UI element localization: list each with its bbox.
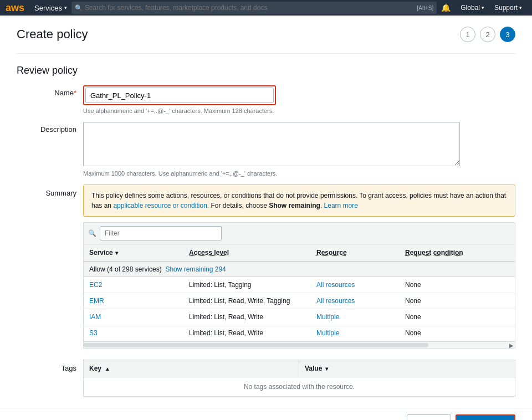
request-condition-column-header[interactable]: Request condition bbox=[400, 244, 510, 261]
tags-key-header: Key ▲ bbox=[84, 360, 299, 377]
table-row: S3 Limited: List, Read, Write Multiple N… bbox=[84, 325, 515, 341]
name-field-wrapper: Use alphanumeric and '+=,.@-_' character… bbox=[83, 85, 515, 114]
name-input-border bbox=[83, 85, 276, 105]
summary-label: Summary bbox=[17, 185, 83, 197]
notification-bell[interactable]: 🔔 bbox=[437, 3, 455, 12]
access-level-cell-emr: Limited: List, Read, Write, Tagging bbox=[183, 293, 311, 309]
top-navigation: aws Services ▾ 🔍 [Alt+S] 🔔 Global ▾ Supp… bbox=[0, 0, 532, 16]
iam-resource-link[interactable]: Multiple bbox=[316, 313, 339, 321]
access-level-cell-iam: Limited: List, Read, Write bbox=[183, 309, 311, 325]
access-level-cell-s3: Limited: List, Read, Write bbox=[183, 325, 311, 341]
aws-logo: aws bbox=[6, 2, 24, 14]
show-remaining-bold: Show remaining bbox=[269, 202, 320, 209]
service-sort-icon: ▾ bbox=[115, 250, 118, 256]
tags-key-sort-icon: ▲ bbox=[105, 366, 110, 372]
name-label: Name* bbox=[17, 85, 83, 97]
ec2-resource-link[interactable]: All resources bbox=[316, 281, 355, 289]
tags-table-wrapper: Key ▲ Value ▾ No tags associated with th… bbox=[83, 360, 515, 397]
description-label: Description bbox=[17, 122, 83, 134]
allow-count: Allow (4 of 298 services) bbox=[89, 265, 162, 273]
description-field-row: Description Maximum 1000 characters. Use… bbox=[17, 122, 515, 177]
warning-text-2: . For details, choose bbox=[207, 202, 269, 209]
tags-section: Tags Key ▲ Value ▾ No tags associated wi… bbox=[17, 360, 515, 397]
step-1: 1 bbox=[460, 27, 475, 42]
filter-input-wrapper: 🔍 bbox=[88, 226, 510, 240]
summary-content: This policy defines some actions, resour… bbox=[83, 185, 515, 349]
table-scrollbar[interactable]: ▶ bbox=[84, 341, 515, 348]
condition-cell-s3: None bbox=[400, 325, 510, 341]
resource-cell-ec2: All resources bbox=[311, 277, 400, 293]
support-label: Support bbox=[494, 4, 518, 12]
page-divider bbox=[17, 53, 515, 54]
emr-resource-link[interactable]: All resources bbox=[316, 297, 355, 305]
tags-empty-message: No tags associated with the resource. bbox=[83, 377, 515, 397]
name-field-row: Name* Use alphanumeric and '+=,.@-_' cha… bbox=[17, 85, 515, 114]
create-policy-button[interactable]: Create policy bbox=[456, 414, 515, 421]
services-dropdown-icon: ▾ bbox=[64, 5, 67, 11]
service-cell-emr: EMR bbox=[84, 293, 183, 309]
table-row: IAM Limited: List, Read, Write Multiple … bbox=[84, 309, 515, 325]
tags-value-header: Value ▾ bbox=[299, 360, 515, 377]
nav-right: 🔔 Global ▾ Support ▾ bbox=[437, 3, 526, 12]
previous-button[interactable]: Previous bbox=[407, 414, 452, 421]
s3-resource-link[interactable]: Multiple bbox=[316, 329, 339, 337]
services-menu[interactable]: Services ▾ bbox=[30, 4, 71, 12]
filter-icon: 🔍 bbox=[88, 229, 96, 237]
warning-text-3: . bbox=[320, 202, 324, 209]
show-remaining-link[interactable]: Show remaining 294 bbox=[165, 265, 226, 273]
condition-cell-emr: None bbox=[400, 293, 510, 309]
search-wrapper: 🔍 [Alt+S] bbox=[71, 2, 437, 14]
table-row: EC2 Limited: List, Tagging All resources… bbox=[84, 277, 515, 293]
s3-link[interactable]: S3 bbox=[89, 329, 98, 337]
resource-cell-s3: Multiple bbox=[311, 325, 400, 341]
filter-bar: 🔍 bbox=[83, 222, 515, 244]
scrollbar-track bbox=[84, 343, 428, 347]
step-3: 3 bbox=[500, 27, 515, 42]
step-2: 2 bbox=[480, 27, 495, 42]
allow-row: Allow (4 of 298 services) Show remaining… bbox=[84, 262, 515, 277]
ec2-link[interactable]: EC2 bbox=[89, 281, 102, 289]
region-selector[interactable]: Global ▾ bbox=[456, 4, 489, 12]
page-title: Create policy bbox=[17, 27, 88, 42]
resource-cell-iam: Multiple bbox=[311, 309, 400, 325]
service-cell-iam: IAM bbox=[84, 309, 183, 325]
applicable-resource-link[interactable]: applicable resource or condition bbox=[113, 202, 207, 209]
emr-link[interactable]: EMR bbox=[89, 297, 104, 305]
services-label: Services bbox=[34, 4, 62, 12]
service-cell-ec2: EC2 bbox=[84, 277, 183, 293]
access-level-column-header[interactable]: Access level bbox=[183, 244, 311, 261]
learn-more-link[interactable]: Learn more bbox=[324, 202, 358, 209]
tags-value-dropdown-icon: ▾ bbox=[325, 366, 328, 372]
name-hint: Use alphanumeric and '+=,.@-_' character… bbox=[83, 107, 515, 114]
table-header: Service ▾ Access level Resource Request … bbox=[84, 244, 515, 262]
summary-row: Summary This policy defines some actions… bbox=[17, 185, 515, 349]
support-dropdown-icon: ▾ bbox=[519, 5, 522, 11]
service-column-header[interactable]: Service ▾ bbox=[84, 244, 183, 261]
condition-cell-iam: None bbox=[400, 309, 510, 325]
description-textarea[interactable] bbox=[83, 122, 460, 166]
support-menu[interactable]: Support ▾ bbox=[490, 4, 526, 12]
section-title: Review policy bbox=[17, 65, 515, 76]
condition-cell-ec2: None bbox=[400, 277, 510, 293]
footer-buttons: Cancel Previous Create policy bbox=[364, 414, 515, 421]
iam-link[interactable]: IAM bbox=[89, 313, 101, 321]
steps-indicator: 1 2 3 bbox=[460, 27, 515, 42]
warning-box: This policy defines some actions, resour… bbox=[83, 185, 515, 217]
policy-table: Service ▾ Access level Resource Request … bbox=[83, 244, 515, 349]
cancel-button[interactable]: Cancel bbox=[364, 414, 402, 421]
resource-cell-emr: All resources bbox=[311, 293, 400, 309]
description-hint: Maximum 1000 characters. Use alphanumeri… bbox=[83, 170, 515, 177]
search-shortcut: [Alt+S] bbox=[417, 5, 434, 11]
resource-column-header[interactable]: Resource bbox=[311, 244, 400, 261]
access-level-cell-ec2: Limited: List, Tagging bbox=[183, 277, 311, 293]
region-dropdown-icon: ▾ bbox=[482, 5, 484, 11]
search-icon: 🔍 bbox=[75, 4, 83, 12]
tags-label: Tags bbox=[17, 360, 83, 397]
page-content: Create policy 1 2 3 Review policy Name* … bbox=[0, 16, 532, 408]
filter-input[interactable] bbox=[100, 226, 222, 240]
search-input[interactable] bbox=[71, 2, 437, 14]
tags-table-header: Key ▲ Value ▾ bbox=[83, 360, 515, 377]
name-input[interactable] bbox=[85, 88, 274, 103]
scroll-right-icon: ▶ bbox=[509, 342, 514, 348]
region-label: Global bbox=[461, 4, 480, 12]
